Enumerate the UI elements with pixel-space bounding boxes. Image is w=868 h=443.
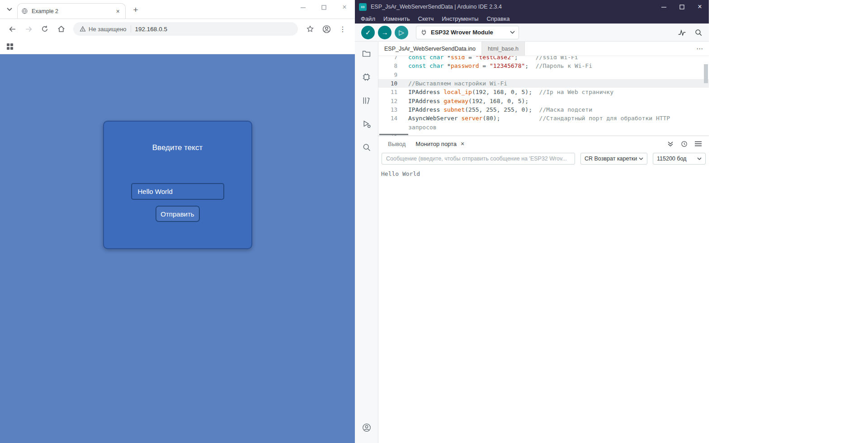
- code-text: [408, 71, 686, 79]
- account-icon[interactable]: [355, 416, 378, 439]
- code-line-13[interactable]: 13IPAddress subnet(255, 255, 255, 0); //…: [378, 105, 709, 114]
- baud-rate-select[interactable]: 115200 бод: [653, 153, 706, 165]
- browser-tabstrip: Example 2 × + ×: [0, 0, 355, 19]
- output-tab-label: Вывод: [388, 141, 406, 147]
- serial-output[interactable]: Hello World: [378, 166, 709, 443]
- monitor-message-input[interactable]: [382, 153, 575, 165]
- page-heading: Введите текст: [152, 143, 203, 152]
- collapse-panel-icon[interactable]: [667, 141, 674, 147]
- browser-minimize-button[interactable]: [292, 0, 313, 14]
- bottom-panel: Вывод Монитор порта ×: [378, 136, 709, 443]
- chevron-down-icon: [639, 157, 643, 160]
- toolbar-right-icons: [678, 28, 703, 37]
- text-form-card: Введите текст Отправить: [103, 121, 252, 249]
- board-selector[interactable]: ESP32 Wrover Module: [416, 26, 519, 39]
- not-secure-icon: [80, 26, 86, 32]
- line-number: 7: [378, 56, 408, 61]
- editor-horizontal-scrollbar[interactable]: [379, 134, 408, 135]
- tab-output[interactable]: Вывод: [383, 141, 410, 147]
- menubar-item[interactable]: Инструменты: [438, 15, 482, 22]
- address-bar[interactable]: Не защищено 192.168.0.5: [73, 22, 298, 36]
- tab-close-icon[interactable]: ×: [114, 7, 122, 15]
- menubar-item[interactable]: Справка: [482, 15, 514, 22]
- tab-overflow-icon[interactable]: ⋯: [696, 45, 709, 53]
- activity-bar: [355, 42, 378, 443]
- editor-tab[interactable]: html_base.h: [482, 42, 525, 56]
- reload-icon[interactable]: [37, 21, 52, 37]
- code-line-10[interactable]: 10//Выставляем настройки Wi-Fi: [378, 79, 709, 88]
- ide-menubar: ФайлИзменитьСкетчИнструментыСправка: [355, 14, 709, 24]
- back-icon[interactable]: [5, 21, 20, 37]
- ide-window-title: ESP_JsAr_WebServerSendData | Arduino IDE…: [371, 4, 502, 10]
- tab-serial-monitor[interactable]: Монитор порта ×: [410, 141, 469, 147]
- timestamp-clock-icon[interactable]: [681, 141, 688, 147]
- code-text: [408, 132, 686, 136]
- apps-grid-icon[interactable]: [6, 43, 14, 50]
- ide-toolbar: ✓ → ▷ ESP32 Wrover Module: [355, 24, 709, 42]
- code-text: IPAddress local_ip(192, 168, 0, 5); //Ip…: [408, 88, 686, 96]
- debugger-icon[interactable]: [355, 112, 378, 136]
- editor-vertical-scrollbar[interactable]: [704, 64, 708, 83]
- browser-maximize-button[interactable]: [313, 0, 334, 14]
- ide-close-button[interactable]: ×: [691, 0, 709, 14]
- menubar-item[interactable]: Файл: [357, 15, 379, 22]
- editor-tabbar: ESP_JsAr_WebServerSendData.inohtml_base.…: [378, 42, 709, 56]
- new-tab-button[interactable]: +: [129, 4, 142, 16]
- code-line-8[interactable]: 8const char *password = "12345678"; //Па…: [378, 61, 709, 70]
- editor-column: ESP_JsAr_WebServerSendData.inohtml_base.…: [378, 42, 709, 443]
- library-manager-icon[interactable]: [355, 89, 378, 112]
- panel-menu-icon[interactable]: [695, 141, 702, 146]
- code-line-12[interactable]: 12IPAddress gateway(192, 168, 0, 5);: [378, 97, 709, 105]
- send-button[interactable]: Отправить: [156, 206, 200, 222]
- serial-plotter-icon[interactable]: [678, 28, 686, 36]
- home-icon[interactable]: [53, 21, 69, 37]
- editor-tabbar-tabs: ESP_JsAr_WebServerSendData.inohtml_base.…: [378, 42, 525, 56]
- chip-divider: [131, 25, 131, 33]
- bookmark-star-icon[interactable]: [302, 21, 318, 37]
- tab-favicon-globe-icon: [21, 8, 28, 14]
- code-editor[interactable]: 7const char *ssid = "testCase2"; //ssid …: [378, 56, 709, 136]
- search-icon[interactable]: [355, 136, 378, 159]
- serial-monitor-icon[interactable]: [694, 28, 703, 37]
- line-number: 9: [378, 71, 408, 79]
- editor-tab[interactable]: ESP_JsAr_WebServerSendData.ino: [378, 42, 482, 56]
- ide-minimize-button[interactable]: [655, 0, 673, 14]
- ide-maximize-button[interactable]: [673, 0, 691, 14]
- arduino-logo-icon: ∞: [359, 3, 367, 11]
- line-number: 11: [378, 88, 408, 96]
- upload-button[interactable]: →: [378, 26, 392, 39]
- sketchbook-folder-icon[interactable]: [355, 42, 378, 65]
- url-text: 192.168.0.5: [135, 26, 167, 33]
- browser-menu-icon[interactable]: ⋮: [335, 21, 350, 37]
- code-text: IPAddress gateway(192, 168, 0, 5);: [408, 97, 686, 105]
- browser-close-button[interactable]: ×: [334, 0, 355, 14]
- board-selector-caret-icon: [510, 31, 515, 34]
- code-line-14[interactable]: 14AsyncWebServer server(80); //Стандартн…: [378, 114, 709, 132]
- line-number: 14: [378, 114, 408, 132]
- tab-search-button[interactable]: [5, 4, 14, 14]
- code-line-15[interactable]: 15: [378, 132, 709, 136]
- code-line-7[interactable]: 7const char *ssid = "testCase2"; //ssid …: [378, 56, 709, 61]
- browser-toolbar: Не защищено 192.168.0.5 ⋮: [0, 19, 355, 39]
- profile-avatar-icon[interactable]: [319, 21, 334, 37]
- boards-manager-icon[interactable]: [355, 65, 378, 89]
- line-ending-select[interactable]: CR Возврат каретки: [580, 153, 647, 165]
- menubar-item[interactable]: Скетч: [414, 15, 438, 22]
- code-text: IPAddress subnet(255, 255, 255, 0); //Ма…: [408, 105, 686, 114]
- verify-button[interactable]: ✓: [361, 26, 375, 39]
- browser-tab[interactable]: Example 2 ×: [17, 3, 126, 19]
- text-input[interactable]: [131, 183, 224, 200]
- security-label: Не защищено: [89, 26, 127, 33]
- panel-icons: [667, 141, 702, 147]
- code-text: AsyncWebServer server(80); //Стандартный…: [408, 114, 686, 132]
- menubar-item[interactable]: Изменить: [379, 15, 414, 22]
- monitor-controls: CR Возврат каретки 115200 бод: [378, 151, 709, 166]
- debug-button[interactable]: ▷: [395, 26, 408, 39]
- code-line-9[interactable]: 9: [378, 71, 709, 79]
- monitor-tab-close-icon[interactable]: ×: [461, 141, 464, 147]
- forward-icon[interactable]: [21, 21, 36, 37]
- code-text: //Выставляем настройки Wi-Fi: [408, 79, 686, 88]
- code-line-11[interactable]: 11IPAddress local_ip(192, 168, 0, 5); //…: [378, 88, 709, 96]
- security-chip[interactable]: Не защищено: [80, 26, 127, 33]
- bookmarks-bar: [0, 39, 355, 54]
